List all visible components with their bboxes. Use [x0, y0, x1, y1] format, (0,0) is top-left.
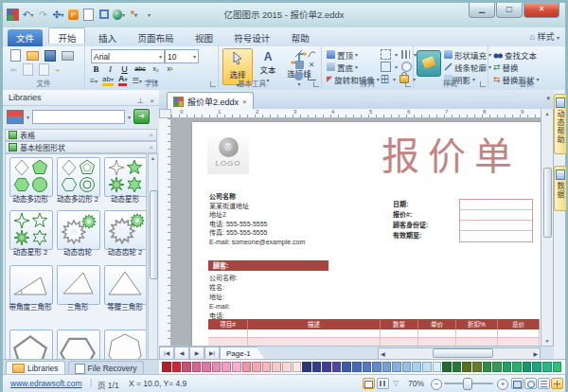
font-size-select[interactable]: 10▾ — [165, 49, 199, 63]
tab-symbol-design[interactable]: 符号设计 — [225, 28, 278, 45]
bold-button[interactable]: B — [90, 63, 102, 75]
cut-icon[interactable]: ✂ — [10, 65, 17, 75]
data-tab[interactable]: 数据 — [554, 166, 566, 211]
document-tab-close-icon[interactable]: × — [242, 98, 247, 106]
copy-icon[interactable] — [23, 63, 33, 76]
scroll-down-icon[interactable]: ▼ — [541, 338, 553, 344]
stencil-triangle[interactable] — [57, 265, 100, 305]
palette-swatch[interactable] — [312, 362, 322, 372]
palette-swatch[interactable] — [382, 362, 392, 372]
scrollbar-thumb[interactable] — [543, 168, 552, 238]
palette-swatch[interactable] — [293, 362, 302, 372]
section-close-icon[interactable]: × — [149, 143, 153, 151]
library-search-button[interactable]: ➔ — [133, 109, 150, 124]
palette-swatch[interactable] — [553, 362, 562, 372]
print-icon[interactable] — [62, 51, 74, 61]
palette-swatch[interactable] — [532, 362, 541, 372]
pan-tool-icon[interactable] — [551, 378, 563, 389]
library-search-caret[interactable]: ▾ — [128, 114, 131, 120]
view-presentation-icon[interactable]: ▽ — [393, 379, 399, 387]
palette-swatch[interactable] — [422, 362, 432, 372]
replace-button[interactable]: ⇄替换 — [493, 62, 519, 72]
crop-icon[interactable] — [308, 72, 316, 80]
quote-meta-table[interactable] — [459, 199, 533, 242]
palette-swatch[interactable] — [252, 362, 261, 372]
tab-file-recovery[interactable]: File Recovery — [68, 361, 144, 375]
group-icon[interactable] — [381, 62, 391, 72]
style-quick-menu[interactable]: ⌂ 样式 ▾ — [530, 30, 559, 43]
line-outline-button[interactable]: 线条轮廓▾ — [444, 62, 491, 72]
quote-items-table[interactable]: 项目# 描述 数量 单价 折扣% 总价 — [208, 319, 540, 346]
tab-libraries[interactable]: Libraries — [6, 361, 65, 375]
stencil-dynamic-star[interactable] — [104, 157, 147, 197]
stencil-angle-triangle[interactable] — [9, 265, 53, 305]
prev-page-icon[interactable]: ◀ — [174, 347, 189, 360]
scroll-right-icon[interactable]: ▶ — [531, 350, 540, 357]
palette-swatch[interactable] — [512, 362, 522, 372]
strikethrough-button[interactable]: abc — [133, 63, 148, 75]
scroll-up-icon[interactable]: ▲ — [149, 155, 157, 161]
superscript-button[interactable]: x¹ — [164, 63, 176, 75]
scrollbar-thumb[interactable] — [433, 348, 493, 358]
palette-swatch[interactable] — [262, 362, 272, 372]
palette-swatch[interactable] — [342, 362, 351, 372]
rectangle-shape-icon[interactable] — [295, 61, 304, 69]
stencil-dynamic-gear-2[interactable] — [104, 210, 147, 250]
close-button[interactable]: ✕ — [524, 3, 559, 18]
palette-swatch[interactable] — [202, 362, 211, 372]
grid-toggle-icon[interactable] — [538, 378, 550, 389]
stencil-dynamic-gear[interactable] — [57, 210, 100, 250]
scroll-left-icon[interactable]: ◀ — [379, 350, 387, 357]
palette-swatch[interactable] — [192, 362, 202, 372]
tab-list-icon[interactable]: ▾ — [546, 95, 550, 102]
palette-swatch[interactable] — [182, 362, 191, 372]
vertical-scrollbar[interactable]: ▲ ▼ — [541, 109, 553, 346]
next-page-icon[interactable]: ▶ — [189, 347, 204, 360]
palette-swatch[interactable] — [503, 362, 512, 372]
align-shapes-icon[interactable] — [381, 49, 391, 60]
quotation-title[interactable]: 报价单 — [382, 126, 521, 181]
customer-fields[interactable]: 公司名称: 姓名: 地址: E-mail: 电话: — [209, 274, 238, 321]
edrawsoft-link[interactable]: www.edrawsoft.com — [10, 379, 82, 388]
send-to-back-button[interactable]: 置底▾ — [327, 62, 358, 72]
style-dialog-launcher-icon[interactable] — [480, 81, 486, 87]
first-page-icon[interactable]: |◀ — [159, 347, 174, 360]
last-page-icon[interactable]: ▶| — [204, 347, 220, 360]
open-file-icon[interactable] — [27, 51, 39, 61]
line-shape-icon[interactable] — [294, 49, 303, 58]
stencil-dynamic-polygon[interactable] — [9, 157, 53, 197]
center-icon[interactable] — [401, 62, 412, 72]
format-painter-icon[interactable]: ⌁ — [55, 65, 60, 75]
zoom-in-icon[interactable]: + — [497, 379, 508, 390]
scroll-up-icon[interactable]: ▲ — [541, 111, 553, 116]
library-selector-icon[interactable] — [7, 110, 24, 124]
scrollbar-thumb[interactable] — [150, 190, 158, 279]
palette-swatch[interactable] — [412, 362, 421, 372]
page-tab[interactable]: Page-1 — [220, 347, 265, 360]
palette-swatch[interactable] — [453, 362, 462, 372]
subscript-button[interactable]: x₂ — [150, 63, 162, 75]
palette-swatch[interactable] — [322, 362, 331, 372]
palette-swatch[interactable] — [352, 362, 362, 372]
palette-swatch[interactable] — [523, 362, 532, 372]
palette-swatch[interactable] — [462, 362, 471, 372]
palette-swatch[interactable] — [272, 362, 281, 372]
tab-insert[interactable]: 插入 — [90, 28, 125, 45]
palette-swatch[interactable] — [363, 362, 372, 372]
stencil-isosceles-triangle[interactable] — [104, 265, 147, 305]
palette-swatch[interactable] — [232, 362, 241, 372]
view-normal-icon[interactable] — [363, 378, 375, 389]
palette-swatch[interactable] — [542, 362, 552, 372]
theme-brush-icon[interactable] — [417, 50, 441, 77]
freeform-shape-icon[interactable]: ✕ — [309, 61, 315, 69]
library-search-input[interactable] — [32, 110, 125, 124]
arc-shape-icon[interactable] — [308, 49, 316, 58]
palette-swatch[interactable] — [433, 362, 442, 372]
palette-swatch[interactable] — [472, 362, 482, 372]
italic-button[interactable]: I — [104, 63, 116, 75]
libraries-scrollbar[interactable]: ▲ ▼ — [148, 153, 158, 374]
view-page-icon[interactable] — [377, 378, 389, 389]
zoom-slider-thumb[interactable] — [463, 378, 472, 390]
library-section-basic-shapes[interactable]: 基本绘图形状 × — [5, 141, 157, 153]
palette-swatch[interactable] — [402, 362, 412, 372]
